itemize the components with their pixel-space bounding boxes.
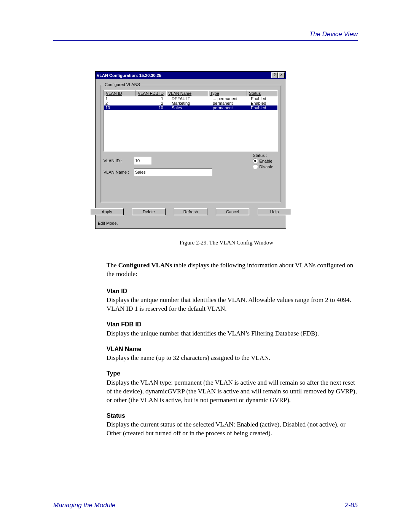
groupbox-title: Configured VLANS bbox=[104, 82, 141, 87]
delete-button[interactable]: Delete bbox=[132, 208, 166, 215]
footer-right: 2-85 bbox=[345, 502, 358, 509]
table-row[interactable]: 22MarketingpermanentEnabled bbox=[104, 101, 277, 105]
page-footer: Managing the Module 2-85 bbox=[53, 502, 358, 509]
page-header: The Device View bbox=[53, 30, 358, 41]
term-vlan-name: VLAN Name bbox=[107, 345, 358, 353]
dialog-titlebar[interactable]: VLAN Configuration: 15.20.30.25 ? × bbox=[96, 72, 286, 79]
status-bar: Edit Mode. bbox=[96, 220, 286, 228]
col-status[interactable]: Status bbox=[247, 90, 277, 96]
col-vlan-fdb-id[interactable]: VLAN FDB ID bbox=[136, 90, 166, 96]
vlan-table[interactable]: VLAN ID VLAN FDB ID VLAN Name Type Statu… bbox=[104, 90, 278, 152]
vlan-id-input[interactable] bbox=[134, 157, 151, 165]
desc-vlan-fdb-id: Displays the unique number that identifi… bbox=[107, 329, 358, 338]
table-header-row: VLAN ID VLAN FDB ID VLAN Name Type Statu… bbox=[104, 90, 277, 96]
vlan-id-label: VLAN ID : bbox=[104, 158, 134, 163]
vlan-name-label: VLAN Name : bbox=[104, 170, 134, 174]
apply-button[interactable]: Apply bbox=[90, 208, 124, 215]
col-vlan-name[interactable]: VLAN Name bbox=[166, 90, 208, 96]
term-vlan-id: Vlan ID bbox=[107, 287, 358, 296]
desc-status: Displays the current status of the selec… bbox=[107, 420, 358, 438]
vlan-name-input[interactable] bbox=[134, 168, 212, 176]
table-row[interactable]: 11DEFAULT... permanentEnabled bbox=[104, 96, 277, 101]
section-title: The Device View bbox=[309, 30, 358, 38]
term-vlan-fdb-id: Vlan FDB ID bbox=[107, 320, 358, 329]
dialog-title: VLAN Configuration: 15.20.30.25 bbox=[97, 73, 161, 78]
close-icon[interactable]: × bbox=[278, 72, 285, 78]
figure-container: VLAN Configuration: 15.20.30.25 ? × Conf… bbox=[95, 71, 358, 246]
refresh-button[interactable]: Refresh bbox=[174, 208, 207, 215]
desc-vlan-name: Displays the name (up to 32 characters) … bbox=[107, 354, 358, 363]
term-type: Type bbox=[107, 369, 358, 378]
col-vlan-id[interactable]: VLAN ID bbox=[104, 90, 136, 96]
intro-paragraph: The Configured VLANs table displays the … bbox=[107, 261, 358, 279]
cancel-button[interactable]: Cancel bbox=[216, 208, 249, 215]
status-label: Status : bbox=[253, 153, 273, 158]
vlan-config-dialog: VLAN Configuration: 15.20.30.25 ? × Conf… bbox=[95, 71, 286, 229]
radio-disable-label: Disable bbox=[259, 165, 273, 169]
help-button[interactable]: Help bbox=[258, 208, 291, 215]
footer-left: Managing the Module bbox=[53, 502, 116, 509]
help-icon[interactable]: ? bbox=[271, 72, 278, 78]
figure-caption: Figure 2-29. The VLAN Config Window bbox=[95, 240, 358, 246]
radio-disable[interactable] bbox=[253, 164, 258, 169]
radio-enable[interactable] bbox=[253, 158, 258, 163]
table-row[interactable]: 1010SalespermanentEnabled bbox=[104, 105, 277, 110]
body-text: The Configured VLANs table displays the … bbox=[107, 261, 358, 438]
configured-vlans-group: Configured VLANS VLAN ID VLAN FDB ID VLA… bbox=[100, 85, 281, 203]
desc-type: Displays the VLAN type: permanent (the V… bbox=[107, 379, 358, 405]
term-status: Status bbox=[107, 412, 358, 420]
dialog-button-row: Apply Delete Refresh Cancel Help bbox=[102, 208, 280, 215]
status-group: Status : Enable Disable bbox=[253, 153, 273, 169]
desc-vlan-id: Displays the unique number that identifi… bbox=[107, 296, 358, 313]
radio-enable-label: Enable bbox=[259, 159, 272, 163]
col-type[interactable]: Type bbox=[208, 90, 247, 96]
